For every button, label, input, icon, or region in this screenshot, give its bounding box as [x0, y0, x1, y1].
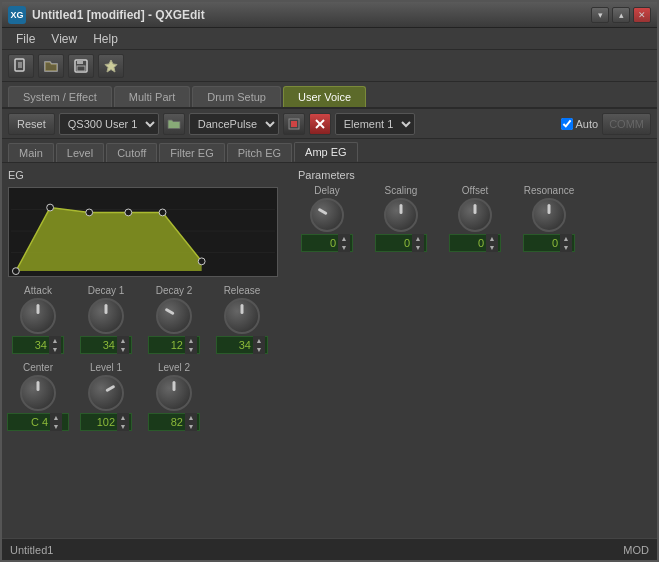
release-value[interactable]: [217, 339, 253, 351]
main-window: XG Untitled1 [modified] - QXGEdit ▾ ▴ ✕ …: [0, 0, 659, 562]
new-button[interactable]: [8, 54, 34, 78]
scaling-knob[interactable]: [384, 198, 418, 232]
menu-view[interactable]: View: [43, 30, 85, 48]
delay-value[interactable]: [302, 237, 338, 249]
record-button[interactable]: [283, 113, 305, 135]
folder-icon-button[interactable]: [163, 113, 185, 135]
close-button[interactable]: ✕: [633, 7, 651, 23]
delay-up[interactable]: ▲: [338, 234, 350, 243]
decay2-group: Decay 2 ▲ ▼: [144, 285, 204, 354]
eg-bottom-knobs: Center ▲ ▼ Level 1: [8, 362, 288, 431]
scaling-value[interactable]: [376, 237, 412, 249]
tab-user-voice[interactable]: User Voice: [283, 86, 366, 107]
svg-marker-7: [105, 60, 117, 72]
save-button[interactable]: [68, 54, 94, 78]
maximize-button[interactable]: ▴: [612, 7, 630, 23]
minimize-button[interactable]: ▾: [591, 7, 609, 23]
tab-main[interactable]: Main: [8, 143, 54, 162]
eg-top-knobs: Attack ▲ ▼ Decay 1: [8, 285, 288, 354]
level1-label: Level 1: [90, 362, 122, 373]
svg-point-21: [198, 258, 205, 265]
delete-button[interactable]: [309, 113, 331, 135]
offset-value-box: ▲ ▼: [449, 234, 501, 252]
open-button[interactable]: [38, 54, 64, 78]
level1-up[interactable]: ▲: [117, 413, 129, 422]
auto-label: Auto: [576, 118, 599, 130]
tab-pitch-eg[interactable]: Pitch EG: [227, 143, 292, 162]
attack-up[interactable]: ▲: [49, 336, 61, 345]
decay1-down[interactable]: ▼: [117, 345, 129, 354]
tab-level[interactable]: Level: [56, 143, 104, 162]
decay1-label: Decay 1: [88, 285, 125, 296]
tab-drum-setup[interactable]: Drum Setup: [192, 86, 281, 107]
tab-amp-eg[interactable]: Amp EG: [294, 142, 358, 162]
auto-check[interactable]: [561, 118, 573, 130]
level1-spinners: ▲ ▼: [117, 413, 129, 431]
release-knob[interactable]: [224, 298, 260, 334]
menu-help[interactable]: Help: [85, 30, 126, 48]
decay2-value[interactable]: [149, 339, 185, 351]
decay2-knob[interactable]: [156, 298, 192, 334]
level1-knob[interactable]: [88, 375, 124, 411]
star-button[interactable]: [98, 54, 124, 78]
tab-filter-eg[interactable]: Filter EG: [159, 143, 224, 162]
level2-down[interactable]: ▼: [185, 422, 197, 431]
preset-select[interactable]: QS300 User 1: [59, 113, 159, 135]
resonance-up[interactable]: ▲: [560, 234, 572, 243]
voice-select[interactable]: DancePulse: [189, 113, 279, 135]
decay2-down[interactable]: ▼: [185, 345, 197, 354]
scaling-down[interactable]: ▼: [412, 243, 424, 252]
svg-point-16: [12, 268, 19, 275]
resonance-knob[interactable]: [532, 198, 566, 232]
parameters-label: Parameters: [298, 169, 651, 181]
delay-knob[interactable]: [310, 198, 344, 232]
center-down[interactable]: ▼: [50, 422, 62, 431]
decay2-up[interactable]: ▲: [185, 336, 197, 345]
level2-up[interactable]: ▲: [185, 413, 197, 422]
release-spinners: ▲ ▼: [253, 336, 265, 354]
offset-down[interactable]: ▼: [486, 243, 498, 252]
decay1-value[interactable]: [81, 339, 117, 351]
attack-value[interactable]: [13, 339, 49, 351]
commit-button[interactable]: COMM: [602, 113, 651, 135]
center-up[interactable]: ▲: [50, 413, 62, 422]
scaling-up[interactable]: ▲: [412, 234, 424, 243]
level1-value[interactable]: [81, 416, 117, 428]
app-logo: XG: [8, 6, 26, 24]
level2-group: Level 2 ▲ ▼: [144, 362, 204, 431]
offset-up[interactable]: ▲: [486, 234, 498, 243]
element-select[interactable]: Element 1: [335, 113, 415, 135]
decay1-up[interactable]: ▲: [117, 336, 129, 345]
level1-value-box: ▲ ▼: [80, 413, 132, 431]
center-spinners: ▲ ▼: [50, 413, 62, 431]
reset-button[interactable]: Reset: [8, 113, 55, 135]
decay1-knob[interactable]: [88, 298, 124, 334]
release-up[interactable]: ▲: [253, 336, 265, 345]
auto-checkbox[interactable]: Auto: [561, 118, 599, 130]
attack-value-box: ▲ ▼: [12, 336, 64, 354]
center-value[interactable]: [8, 416, 50, 428]
level2-value[interactable]: [149, 416, 185, 428]
level2-label: Level 2: [158, 362, 190, 373]
resonance-value[interactable]: [524, 237, 560, 249]
svg-point-19: [125, 209, 132, 216]
offset-spinners: ▲ ▼: [486, 234, 498, 252]
center-knob[interactable]: [20, 375, 56, 411]
level2-knob[interactable]: [156, 375, 192, 411]
resonance-down[interactable]: ▼: [560, 243, 572, 252]
tab-cutoff[interactable]: Cutoff: [106, 143, 157, 162]
tab-system-effect[interactable]: System / Effect: [8, 86, 112, 107]
level1-down[interactable]: ▼: [117, 422, 129, 431]
release-down[interactable]: ▼: [253, 345, 265, 354]
delay-down[interactable]: ▼: [338, 243, 350, 252]
tab-multi-part[interactable]: Multi Part: [114, 86, 190, 107]
release-value-box: ▲ ▼: [216, 336, 268, 354]
eg-display: [8, 187, 278, 277]
offset-value[interactable]: [450, 237, 486, 249]
offset-knob[interactable]: [458, 198, 492, 232]
top-tab-bar: System / Effect Multi Part Drum Setup Us…: [2, 82, 657, 109]
attack-down[interactable]: ▼: [49, 345, 61, 354]
menu-file[interactable]: File: [8, 30, 43, 48]
attack-knob[interactable]: [20, 298, 56, 334]
status-bar: Untitled1 MOD: [2, 538, 657, 560]
